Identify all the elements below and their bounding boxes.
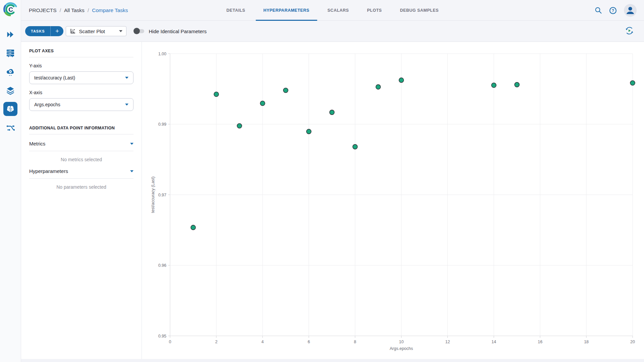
top-header-bar: PROJECTS / All Tasks / Compare Tasks DET… — [21, 0, 644, 21]
header-right-icons: ? — [595, 0, 637, 21]
chevron-down-icon — [130, 170, 133, 172]
clearml-logo[interactable]: C — [3, 2, 18, 17]
x-axis-label: X-axis — [29, 90, 133, 95]
metrics-label: Metrics — [29, 141, 45, 146]
x-tick-label: 14 — [491, 340, 496, 344]
breadcrumb: PROJECTS / All Tasks / Compare Tasks — [29, 0, 128, 21]
y-tick-label: 0.96 — [158, 263, 166, 268]
metrics-empty-state: No metrics selected — [29, 157, 133, 162]
sidebar-item-projects[interactable] — [6, 30, 15, 39]
x-tick-label: 2 — [215, 340, 217, 344]
hyperparameters-empty-state: No parameters selected — [29, 184, 133, 190]
hyperparameters-collapsible[interactable]: Hyperparameters — [29, 165, 133, 179]
y-tick-label: 0.97 — [158, 193, 166, 197]
help-button[interactable]: ? — [609, 7, 617, 14]
chevron-down-icon — [125, 104, 128, 106]
breadcrumb-compare-tasks: Compare Tasks — [92, 7, 128, 13]
add-task-button[interactable]: + — [51, 26, 63, 36]
scatter-point[interactable] — [515, 82, 519, 87]
auto-refresh-button[interactable] — [625, 26, 634, 37]
scatter-point[interactable] — [399, 78, 404, 82]
datasets-icon — [6, 86, 15, 95]
hyperparameters-label: Hyperparameters — [29, 168, 68, 174]
y-tick-label: 1.00 — [158, 52, 166, 56]
sidebar-item-cloud-access[interactable] — [6, 67, 15, 76]
scatter-chart[interactable]: 024681012141618201.000.990.970.960.95Arg… — [142, 42, 644, 359]
breadcrumb-projects[interactable]: PROJECTS — [29, 7, 57, 13]
tab-plots[interactable]: PLOTS — [358, 0, 391, 21]
tasks-button[interactable]: TASKS — [25, 26, 50, 36]
x-tick-label: 16 — [538, 340, 542, 344]
help-icon: ? — [609, 7, 617, 14]
scatter-point[interactable] — [191, 225, 196, 230]
svg-text:?: ? — [612, 8, 614, 13]
scatter-point[interactable] — [330, 110, 334, 115]
scatter-point[interactable] — [260, 101, 265, 106]
hide-identical-label: Hide Identical Parameters — [149, 28, 207, 34]
y-axis-label: Y-axis — [29, 63, 133, 68]
tab-debug-samples[interactable]: DEBUG SAMPLES — [391, 0, 448, 21]
scatter-point[interactable] — [283, 88, 288, 93]
left-nav-rail: C — [0, 0, 21, 362]
sidebar-item-workers-queues[interactable] — [6, 49, 15, 57]
pipelines-icon — [6, 124, 15, 132]
toggle-knob — [133, 28, 140, 34]
scatter-point[interactable] — [307, 129, 311, 134]
main-content: PLOT AXES Y-axis test/accuracy (Last) X-… — [21, 42, 644, 362]
brain-icon — [6, 105, 15, 113]
workers-queues-icon — [6, 49, 15, 57]
x-tick-label: 0 — [169, 340, 171, 344]
scatter-point[interactable] — [237, 124, 242, 128]
page-tabs: DETAILS HYPERPARAMETERS SCALARS PLOTS DE… — [217, 0, 448, 21]
x-tick-label: 4 — [261, 340, 264, 344]
plot-axes-title: PLOT AXES — [29, 49, 133, 57]
projects-icon — [6, 30, 15, 39]
hide-identical-toggle[interactable] — [134, 29, 144, 33]
y-tick-label: 0.95 — [158, 334, 166, 339]
x-tick-label: 6 — [308, 340, 310, 344]
svg-text:C: C — [8, 6, 13, 13]
x-axis-value: Args.epochs — [34, 102, 60, 107]
x-axis-title: Args.epochs — [390, 346, 413, 351]
scatter-point[interactable] — [630, 81, 635, 85]
compare-toolbar: TASKS + Scatter Plot Hide Identical Para… — [21, 21, 644, 42]
search-button[interactable] — [595, 7, 602, 14]
bottom-strip — [21, 359, 644, 362]
section-gap — [29, 111, 133, 126]
tab-hyperparameters[interactable]: HYPERPARAMETERS — [254, 0, 318, 21]
breadcrumb-all-tasks[interactable]: All Tasks — [64, 7, 85, 13]
tasks-split-button: TASKS + — [25, 26, 63, 36]
metrics-collapsible[interactable]: Metrics — [29, 134, 133, 151]
auto-refresh-icon — [625, 26, 634, 35]
breadcrumb-separator: / — [60, 7, 61, 13]
y-axis-select[interactable]: test/accuracy (Last) — [29, 71, 133, 84]
chevron-down-icon — [125, 77, 128, 79]
scatter-point[interactable] — [214, 92, 219, 97]
cloud-access-icon — [6, 67, 15, 76]
scatter-plot-area: 024681012141618201.000.990.970.960.95Arg… — [142, 42, 644, 359]
plot-type-select[interactable]: Scatter Plot — [66, 26, 126, 36]
scatter-point[interactable] — [353, 144, 358, 149]
plot-type-value: Scatter Plot — [79, 28, 105, 34]
sidebar-item-active-brain[interactable] — [3, 102, 17, 116]
x-tick-label: 20 — [630, 340, 635, 344]
sidebar-item-datasets[interactable] — [6, 86, 15, 95]
y-axis-title: test/accuracy (Last) — [151, 176, 155, 213]
user-avatar[interactable] — [624, 4, 637, 17]
tab-scalars[interactable]: SCALARS — [318, 0, 358, 21]
scatter-point[interactable] — [376, 84, 381, 89]
tab-details[interactable]: DETAILS — [217, 0, 254, 21]
clearml-compare-tasks-page: { "header": { "breadcrumb": { "items": [… — [0, 0, 644, 362]
y-tick-label: 0.99 — [158, 122, 166, 127]
search-icon — [595, 7, 602, 14]
x-tick-label: 8 — [354, 340, 356, 344]
clearml-logo-icon: C — [3, 2, 18, 17]
sidebar-item-pipelines[interactable] — [6, 124, 15, 132]
chevron-down-icon — [119, 30, 122, 32]
scatter-point[interactable] — [491, 83, 496, 87]
chevron-down-icon — [130, 143, 133, 145]
x-tick-label: 18 — [584, 340, 589, 344]
x-axis-select[interactable]: Args.epochs — [29, 98, 133, 111]
breadcrumb-separator: / — [88, 7, 89, 13]
x-tick-label: 10 — [399, 340, 404, 344]
